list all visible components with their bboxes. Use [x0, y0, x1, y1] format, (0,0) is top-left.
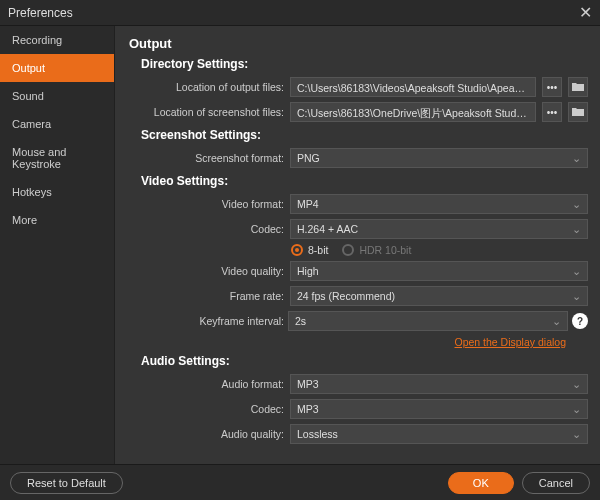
keyframe-select[interactable]: 2s⌄ [288, 311, 568, 331]
audio-quality-label: Audio quality: [129, 428, 284, 440]
video-codec-label: Codec: [129, 223, 284, 235]
bit-depth-8-radio[interactable]: 8-bit [291, 244, 328, 256]
sidebar-item-camera[interactable]: Camera [0, 110, 114, 138]
audio-format-label: Audio format: [129, 378, 284, 390]
sidebar-item-sound[interactable]: Sound [0, 82, 114, 110]
keyframe-label: Keyframe interval: [129, 315, 284, 327]
screenshot-files-path[interactable]: C:\Users\86183\OneDrive\图片\Apeaksoft Stu… [290, 102, 536, 122]
help-icon[interactable]: ? [572, 313, 588, 329]
screenshot-settings-title: Screenshot Settings: [141, 128, 588, 142]
chevron-down-icon: ⌄ [572, 290, 581, 302]
screenshot-format-label: Screenshot format: [129, 152, 284, 164]
chevron-down-icon: ⌄ [572, 403, 581, 415]
video-format-label: Video format: [129, 198, 284, 210]
bit-depth-hdr-radio[interactable]: HDR 10-bit [342, 244, 411, 256]
audio-codec-select[interactable]: MP3⌄ [290, 399, 588, 419]
video-quality-label: Video quality: [129, 265, 284, 277]
chevron-down-icon: ⌄ [572, 223, 581, 235]
close-icon[interactable]: ✕ [579, 3, 592, 22]
open-display-dialog-link[interactable]: Open the Display dialog [129, 336, 566, 348]
sidebar-item-hotkeys[interactable]: Hotkeys [0, 178, 114, 206]
window-title: Preferences [8, 6, 73, 20]
screenshot-format-select[interactable]: PNG⌄ [290, 148, 588, 168]
chevron-down-icon: ⌄ [552, 315, 561, 327]
sidebar: Recording Output Sound Camera Mouse and … [0, 26, 115, 464]
audio-quality-select[interactable]: Lossless⌄ [290, 424, 588, 444]
sidebar-item-more[interactable]: More [0, 206, 114, 234]
sidebar-item-recording[interactable]: Recording [0, 26, 114, 54]
frame-rate-label: Frame rate: [129, 290, 284, 302]
sidebar-item-output[interactable]: Output [0, 54, 114, 82]
radio-icon [342, 244, 354, 256]
frame-rate-select[interactable]: 24 fps (Recommend)⌄ [290, 286, 588, 306]
audio-codec-label: Codec: [129, 403, 284, 415]
video-quality-select[interactable]: High⌄ [290, 261, 588, 281]
chevron-down-icon: ⌄ [572, 265, 581, 277]
sidebar-item-mouse-keystroke[interactable]: Mouse and Keystroke [0, 138, 114, 178]
reset-to-default-button[interactable]: Reset to Default [10, 472, 123, 494]
footer: Reset to Default OK Cancel [0, 464, 600, 500]
radio-icon [291, 244, 303, 256]
output-files-path[interactable]: C:\Users\86183\Videos\Apeaksoft Studio\A… [290, 77, 536, 97]
chevron-down-icon: ⌄ [572, 378, 581, 390]
ok-button[interactable]: OK [448, 472, 514, 494]
video-settings-title: Video Settings: [141, 174, 588, 188]
video-format-select[interactable]: MP4⌄ [290, 194, 588, 214]
chevron-down-icon: ⌄ [572, 152, 581, 164]
audio-format-select[interactable]: MP3⌄ [290, 374, 588, 394]
cancel-button[interactable]: Cancel [522, 472, 590, 494]
titlebar: Preferences ✕ [0, 0, 600, 26]
audio-settings-title: Audio Settings: [141, 354, 588, 368]
page-title: Output [129, 36, 588, 51]
screenshot-files-label: Location of screenshot files: [129, 106, 284, 118]
directory-settings-title: Directory Settings: [141, 57, 588, 71]
output-files-label: Location of output files: [129, 81, 284, 93]
video-codec-select[interactable]: H.264 + AAC⌄ [290, 219, 588, 239]
content-panel: Output Directory Settings: Location of o… [115, 26, 600, 464]
chevron-down-icon: ⌄ [572, 198, 581, 210]
browse-screenshot-button[interactable]: ••• [542, 102, 562, 122]
browse-output-button[interactable]: ••• [542, 77, 562, 97]
chevron-down-icon: ⌄ [572, 428, 581, 440]
open-output-folder-icon[interactable] [568, 77, 588, 97]
open-screenshot-folder-icon[interactable] [568, 102, 588, 122]
